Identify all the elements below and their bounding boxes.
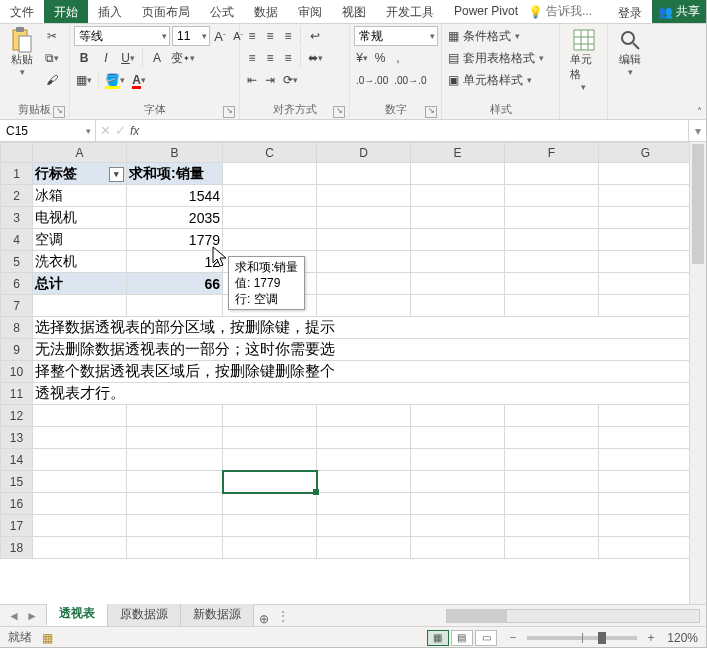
row-header-1[interactable]: 1 bbox=[1, 163, 33, 185]
pivot-value[interactable]: 2035 bbox=[127, 207, 223, 229]
col-header-E[interactable]: E bbox=[411, 143, 505, 163]
view-page-layout-button[interactable]: ▤ bbox=[451, 630, 473, 646]
align-middle-button[interactable]: ≡ bbox=[262, 26, 278, 46]
phonetic-button[interactable]: A bbox=[147, 48, 167, 68]
percent-button[interactable]: % bbox=[372, 48, 388, 68]
font-size-combo[interactable]: 11▾ bbox=[172, 26, 210, 46]
align-left-button[interactable]: ≡ bbox=[244, 48, 260, 68]
tell-me[interactable]: 💡 告诉我... bbox=[528, 0, 592, 23]
align-center-button[interactable]: ≡ bbox=[262, 48, 278, 68]
expand-formula-bar[interactable]: ▾ bbox=[688, 120, 706, 141]
format-painter-button[interactable]: 🖌 bbox=[42, 70, 62, 90]
col-header-A[interactable]: A bbox=[33, 143, 127, 163]
sheet-tab-original[interactable]: 原数据源 bbox=[107, 602, 181, 626]
font-name-combo[interactable]: 等线▾ bbox=[74, 26, 170, 46]
wrap-text-button[interactable]: ↩ bbox=[305, 26, 325, 46]
paste-button[interactable]: 粘贴 ▾ bbox=[4, 26, 40, 79]
col-header-G[interactable]: G bbox=[599, 143, 693, 163]
macro-record-icon[interactable]: ▦ bbox=[42, 631, 53, 645]
zoom-in-button[interactable]: ＋ bbox=[645, 629, 657, 646]
align-bottom-button[interactable]: ≡ bbox=[280, 26, 296, 46]
sheet-tab-new[interactable]: 新数据源 bbox=[180, 602, 254, 626]
tab-power-pivot[interactable]: Power Pivot bbox=[444, 0, 528, 23]
note-text[interactable]: 选择数据透视表的部分区域，按删除键，提示 bbox=[33, 317, 693, 339]
pivot-value[interactable]: 1779 bbox=[127, 229, 223, 251]
underline-button[interactable]: U▾ bbox=[118, 48, 138, 68]
row-header-14[interactable]: 14 bbox=[1, 449, 33, 471]
tab-formulas[interactable]: 公式 bbox=[200, 0, 244, 23]
row-header-11[interactable]: 11 bbox=[1, 383, 33, 405]
new-sheet-button[interactable]: ⊕ bbox=[253, 612, 275, 626]
pivot-value[interactable]: 1544 bbox=[127, 185, 223, 207]
row-header-12[interactable]: 12 bbox=[1, 405, 33, 427]
clipboard-dialog-launcher[interactable]: ↘ bbox=[53, 106, 65, 118]
orientation-button[interactable]: ⟳▾ bbox=[280, 70, 300, 90]
tab-view[interactable]: 视图 bbox=[332, 0, 376, 23]
sheet-tab-pivot[interactable]: 透视表 bbox=[46, 601, 108, 626]
pivot-value[interactable]: 12 bbox=[127, 251, 223, 273]
tab-home[interactable]: 开始 bbox=[44, 0, 88, 23]
collapse-ribbon-button[interactable]: ˄ bbox=[697, 106, 702, 117]
login-button[interactable]: 登录 bbox=[608, 1, 652, 22]
row-header-10[interactable]: 10 bbox=[1, 361, 33, 383]
tab-review[interactable]: 审阅 bbox=[288, 0, 332, 23]
number-format-combo[interactable]: 常规▾ bbox=[354, 26, 438, 46]
tab-developer[interactable]: 开发工具 bbox=[376, 0, 444, 23]
pivot-values-header[interactable]: 求和项:销量 bbox=[127, 163, 223, 185]
bold-button[interactable]: B bbox=[74, 48, 94, 68]
zoom-out-button[interactable]: － bbox=[507, 629, 519, 646]
active-cell[interactable] bbox=[223, 471, 317, 493]
col-header-C[interactable]: C bbox=[223, 143, 317, 163]
merge-center-button[interactable]: ⬌▾ bbox=[305, 48, 325, 68]
select-all-corner[interactable] bbox=[1, 143, 33, 163]
format-as-table-button[interactable]: ▤套用表格格式▾ bbox=[446, 48, 556, 68]
worksheet-grid[interactable]: A B C D E F G 1 行标签 ▾ 求和项:销量 2 冰箱 bbox=[0, 142, 706, 604]
font-color-button[interactable]: A▾ bbox=[129, 70, 149, 90]
tab-data[interactable]: 数据 bbox=[244, 0, 288, 23]
editing-button[interactable]: 编辑 ▾ bbox=[612, 26, 648, 79]
row-header-4[interactable]: 4 bbox=[1, 229, 33, 251]
pivot-total-value[interactable]: 66 bbox=[127, 273, 223, 295]
share-button[interactable]: 👥 共享 bbox=[652, 0, 706, 23]
vertical-scrollbar[interactable] bbox=[689, 142, 706, 604]
accounting-format-button[interactable]: ¥▾ bbox=[354, 48, 370, 68]
cell-styles-button[interactable]: ▣单元格样式▾ bbox=[446, 70, 556, 90]
fill-color-button[interactable]: 🪣▾ bbox=[103, 70, 127, 90]
pivot-row[interactable]: 洗衣机 bbox=[33, 251, 127, 273]
col-header-D[interactable]: D bbox=[317, 143, 411, 163]
pivot-row[interactable]: 冰箱 bbox=[33, 185, 127, 207]
zoom-level[interactable]: 120% bbox=[667, 631, 698, 645]
increase-indent-button[interactable]: ⇥ bbox=[262, 70, 278, 90]
italic-button[interactable]: I bbox=[96, 48, 116, 68]
row-header-17[interactable]: 17 bbox=[1, 515, 33, 537]
pivot-filter-button[interactable]: ▾ bbox=[109, 167, 124, 182]
col-header-F[interactable]: F bbox=[505, 143, 599, 163]
formula-input[interactable] bbox=[143, 120, 688, 141]
borders-button[interactable]: ▦▾ bbox=[74, 70, 94, 90]
row-header-13[interactable]: 13 bbox=[1, 427, 33, 449]
row-header-6[interactable]: 6 bbox=[1, 273, 33, 295]
fill-handle[interactable] bbox=[313, 489, 319, 495]
increase-decimal-button[interactable]: .0→.00 bbox=[354, 70, 390, 90]
row-header-5[interactable]: 5 bbox=[1, 251, 33, 273]
sheet-nav-next[interactable]: ► bbox=[26, 609, 38, 623]
note-text[interactable]: 择整个数据透视表区域后，按删除键删除整个 bbox=[33, 361, 693, 383]
tab-insert[interactable]: 插入 bbox=[88, 0, 132, 23]
pivot-row[interactable]: 空调 bbox=[33, 229, 127, 251]
note-text[interactable]: 无法删除数据透视表的一部分；这时你需要选 bbox=[33, 339, 693, 361]
row-header-15[interactable]: 15 bbox=[1, 471, 33, 493]
align-dialog-launcher[interactable]: ↘ bbox=[333, 106, 345, 118]
number-dialog-launcher[interactable]: ↘ bbox=[425, 106, 437, 118]
cells-button[interactable]: 单元格 ▾ bbox=[564, 26, 603, 94]
comma-button[interactable]: , bbox=[390, 48, 406, 68]
row-header-8[interactable]: 8 bbox=[1, 317, 33, 339]
row-header-3[interactable]: 3 bbox=[1, 207, 33, 229]
conditional-format-button[interactable]: ▦条件格式▾ bbox=[446, 26, 556, 46]
row-header-7[interactable]: 7 bbox=[1, 295, 33, 317]
fx-button[interactable]: fx bbox=[130, 124, 139, 138]
view-normal-button[interactable]: ▦ bbox=[427, 630, 449, 646]
pivot-total-label[interactable]: 总计 bbox=[33, 273, 127, 295]
name-box[interactable]: C15▾ bbox=[0, 120, 96, 141]
align-right-button[interactable]: ≡ bbox=[280, 48, 296, 68]
decrease-indent-button[interactable]: ⇤ bbox=[244, 70, 260, 90]
